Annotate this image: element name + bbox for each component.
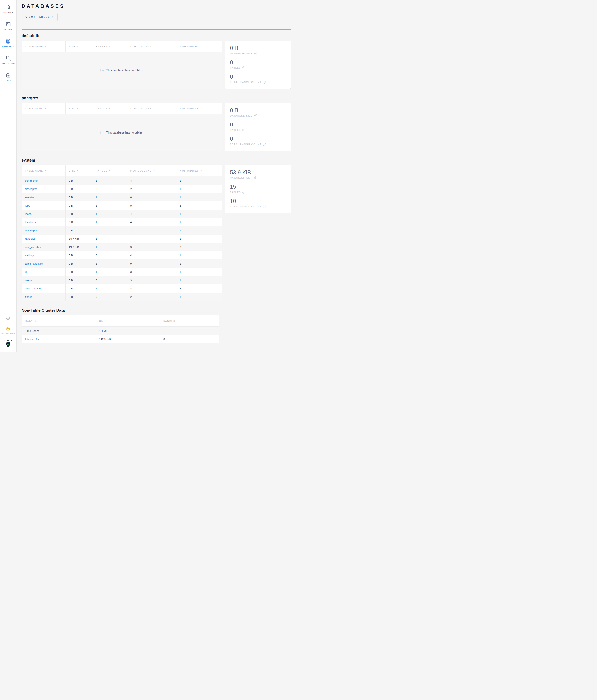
column-header-label: RANGES bbox=[96, 107, 107, 110]
column-header[interactable]: # OF COLUMNS ▼ bbox=[127, 41, 176, 52]
table-name-link[interactable]: rangelog bbox=[25, 237, 36, 240]
ranges-cell: 1 bbox=[92, 218, 127, 226]
columns-cell: 3 bbox=[127, 243, 176, 251]
database-section-system: system TABLE NAME ▼ SIZE ▼ RANGES ▼ # OF… bbox=[22, 158, 291, 301]
column-header-label: # OF INDICES bbox=[180, 45, 199, 48]
info-icon[interactable]: i bbox=[263, 81, 266, 83]
ranges-cell: 1 bbox=[92, 201, 127, 209]
column-header[interactable]: # OF COLUMNS ▼ bbox=[127, 165, 176, 176]
indices-cell: 1 bbox=[176, 209, 222, 218]
info-icon[interactable]: i bbox=[263, 143, 266, 146]
table-name-cell: settings bbox=[22, 251, 66, 259]
column-header[interactable]: RANGES ▼ bbox=[92, 41, 127, 52]
table-name-link[interactable]: table_statistics bbox=[25, 262, 43, 265]
table-name-link[interactable]: namespace bbox=[25, 229, 39, 232]
database-stats-card: 53.9 KiB DATABASE SIZE i 15 TABLES i 10 … bbox=[225, 165, 291, 213]
column-header: RANGES bbox=[160, 316, 219, 326]
non-table-row: Internal Use 142.5 KiB 8 bbox=[22, 335, 219, 343]
ranges-cell: 1 bbox=[92, 268, 127, 276]
stat: 0 TOTAL RANGE COUNT i bbox=[230, 136, 286, 146]
ranges-cell: 0 bbox=[92, 251, 127, 259]
column-header-label: RANGES bbox=[96, 170, 107, 172]
sidebar-item-metrics[interactable]: METRICS bbox=[0, 22, 17, 31]
size-cell: 0 B bbox=[66, 293, 92, 301]
sidebar-item-databases[interactable]: DATABASES bbox=[0, 39, 17, 48]
table-name-link[interactable]: jobs bbox=[25, 204, 30, 207]
ranges-cell: 1 bbox=[92, 284, 127, 293]
info-icon[interactable]: i bbox=[242, 129, 245, 131]
table-name-cell: eventlog bbox=[22, 193, 66, 201]
gear-icon[interactable] bbox=[6, 317, 10, 322]
ranges-cell: 0 bbox=[92, 293, 127, 301]
table-row: comments 0 B 1 4 1 bbox=[22, 176, 222, 185]
table-row: role_members 19.3 KiB 1 3 3 bbox=[22, 243, 222, 251]
stat-value: 0 B bbox=[230, 45, 286, 51]
table-name-cell: jobs bbox=[22, 201, 66, 209]
info-icon[interactable]: i bbox=[254, 176, 257, 179]
table-name-link[interactable]: settings bbox=[25, 254, 34, 257]
ranges-cell: 8 bbox=[160, 335, 219, 343]
indices-cell: 1 bbox=[176, 268, 222, 276]
sidebar-item-jobs[interactable]: JOBS bbox=[0, 73, 17, 82]
view-selector-dropdown[interactable]: VIEW: TABLES ▼ bbox=[22, 13, 58, 21]
table-name-cell: rangelog bbox=[22, 234, 66, 243]
ranges-cell: 1 bbox=[92, 243, 127, 251]
size-cell: 0 B bbox=[66, 176, 92, 185]
column-header-label: TABLE NAME bbox=[25, 107, 43, 110]
table-name-link[interactable]: locations bbox=[25, 221, 36, 224]
column-header[interactable]: # OF COLUMNS ▼ bbox=[127, 103, 176, 114]
column-header[interactable]: SIZE ▼ bbox=[66, 165, 92, 176]
size-cell: 0 B bbox=[66, 259, 92, 268]
ranges-cell: 0 bbox=[92, 276, 127, 284]
column-header[interactable]: # OF INDICES ▼ bbox=[176, 41, 222, 52]
stat: 53.9 KiB DATABASE SIZE i bbox=[230, 169, 286, 179]
page-title: DATABASES bbox=[22, 3, 291, 9]
insecure-mode-indicator[interactable]: INSECURE MODE bbox=[1, 326, 15, 335]
main-content: DATABASES VIEW: TABLES ▼ defaultdb TABLE… bbox=[17, 0, 298, 352]
table-name-link[interactable]: lease bbox=[25, 212, 31, 216]
indices-cell: 1 bbox=[176, 193, 222, 201]
info-icon[interactable]: i bbox=[263, 205, 266, 208]
column-header[interactable]: SIZE ▼ bbox=[66, 41, 92, 52]
columns-cell: 5 bbox=[127, 201, 176, 209]
table-name-link[interactable]: eventlog bbox=[25, 196, 35, 199]
table-row: namespace 0 B 0 3 1 bbox=[22, 226, 222, 234]
columns-cell: 3 bbox=[127, 268, 176, 276]
table-name-cell: table_statistics bbox=[22, 259, 66, 268]
table-name-link[interactable]: ui bbox=[25, 270, 27, 274]
stat: 15 TABLES i bbox=[230, 184, 286, 194]
columns-cell: 6 bbox=[127, 193, 176, 201]
size-cell: 0 B bbox=[66, 201, 92, 209]
cockroach-labs-logo[interactable] bbox=[4, 339, 12, 349]
sort-arrow-icon: ▼ bbox=[153, 45, 155, 47]
table-name-link[interactable]: users bbox=[25, 279, 32, 282]
column-header[interactable]: SIZE ▼ bbox=[66, 103, 92, 114]
column-header[interactable]: # OF INDICES ▼ bbox=[176, 103, 222, 114]
non-table-cluster-data-section: Non-Table Cluster Data DATA TYPE SIZE RA… bbox=[22, 308, 291, 343]
column-header: DATA TYPE bbox=[22, 316, 96, 326]
sidebar-item-statements[interactable]: STATEMENTS bbox=[0, 55, 17, 65]
column-header[interactable]: # OF INDICES ▼ bbox=[176, 165, 222, 176]
stat-label: TOTAL RANGE COUNT i bbox=[230, 205, 286, 208]
info-icon[interactable]: i bbox=[254, 114, 257, 117]
info-icon[interactable]: i bbox=[242, 191, 245, 194]
table-name-link[interactable]: comments bbox=[25, 179, 37, 182]
size-cell: 0 B bbox=[66, 284, 92, 293]
sidebar-item-overview[interactable]: OVERVIEW bbox=[0, 5, 17, 14]
column-header[interactable]: TABLE NAME ▼ bbox=[22, 103, 66, 114]
info-icon[interactable]: i bbox=[242, 66, 245, 69]
stat-value: 10 bbox=[230, 198, 286, 204]
indices-cell: 1 bbox=[176, 234, 222, 243]
indices-cell: 1 bbox=[176, 276, 222, 284]
info-icon[interactable]: i bbox=[254, 52, 257, 55]
table-name-link[interactable]: descriptor bbox=[25, 188, 37, 191]
column-header[interactable]: RANGES ▼ bbox=[92, 165, 127, 176]
size-cell: 0 B bbox=[66, 185, 92, 193]
table-name-link[interactable]: zones bbox=[25, 295, 32, 298]
table-name-link[interactable]: web_sessions bbox=[25, 287, 42, 290]
column-header[interactable]: RANGES ▼ bbox=[92, 103, 127, 114]
table-name-link[interactable]: role_members bbox=[25, 246, 42, 249]
column-header[interactable]: TABLE NAME ▼ bbox=[22, 165, 66, 176]
column-header[interactable]: TABLE NAME ▼ bbox=[22, 41, 66, 52]
tables-table: TABLE NAME ▼ SIZE ▼ RANGES ▼ # OF COLUMN… bbox=[22, 103, 222, 151]
